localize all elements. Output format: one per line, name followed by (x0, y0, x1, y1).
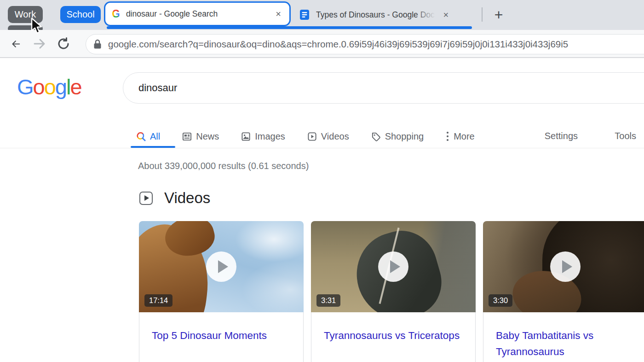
search-query-text: dinosaur (138, 82, 177, 94)
tab-title-fade (415, 10, 439, 20)
logo-letter: e (70, 75, 81, 99)
tab-google-docs[interactable]: Types of Dinosaurs - Google Docs × (299, 5, 476, 25)
tab-group-school-label: School (66, 9, 94, 20)
tab-shopping[interactable]: Shopping (371, 131, 424, 142)
tab-active-google-search[interactable]: G dinosaur - Google Search × (104, 1, 291, 26)
browser-toolbar: google.com/search?q=dinosaur&oq=dino&aqs… (0, 30, 644, 58)
tab-news[interactable]: News (182, 131, 219, 142)
shopping-tag-icon (371, 132, 381, 141)
video-thumbnail-sauropod[interactable]: 3:31 (311, 221, 476, 312)
video-title-link[interactable]: Baby Tambatitanis vs Tyrannosaurus (496, 327, 638, 360)
google-docs-icon (299, 9, 310, 20)
images-icon (241, 132, 251, 141)
video-title-link[interactable]: Top 5 Dinosaur Moments (152, 327, 294, 344)
address-bar[interactable]: google.com/search?q=dinosaur&oq=dino&aqs… (86, 34, 644, 54)
tab-title: Types of Dinosaurs - Google Docs (316, 10, 439, 20)
video-duration-badge: 3:30 (489, 294, 512, 307)
video-duration-badge: 3:31 (316, 294, 340, 307)
videos-heading-text: Videos (164, 189, 210, 207)
secure-lock-icon (93, 39, 102, 49)
video-title-link[interactable]: Tyrannosaurus vs Triceratops (324, 327, 466, 344)
video-card[interactable]: 3:31 Tyrannosaurus vs Triceratops (311, 221, 476, 362)
search-input[interactable]: dinosaur (123, 72, 644, 104)
nav-divider (0, 148, 644, 148)
forward-arrow-icon (33, 37, 46, 51)
new-tab-button[interactable]: + (489, 6, 508, 24)
back-arrow-icon (11, 39, 21, 49)
google-logo[interactable]: Google (17, 74, 81, 99)
play-button-icon[interactable] (550, 251, 581, 282)
tab-all[interactable]: All (136, 131, 160, 142)
video-card-body: Baby Tambatitanis vs Tyrannosaurus (483, 312, 644, 362)
reload-button[interactable] (56, 36, 71, 51)
tab-news-label: News (196, 131, 219, 142)
close-tab-icon[interactable]: × (274, 8, 283, 19)
tab-title: dinosaur - Google Search (126, 9, 274, 19)
video-thumbnail-carnotaurus[interactable]: 17:14 (139, 221, 304, 312)
video-thumbnail-tyrannosaurus[interactable]: 3:30 (483, 221, 644, 312)
google-search-icon (136, 132, 146, 141)
video-play-box-icon (139, 192, 153, 205)
video-duration-badge: 17:14 (144, 294, 172, 307)
reload-icon (57, 37, 70, 51)
play-button-icon[interactable] (206, 251, 236, 282)
forward-button[interactable] (32, 36, 47, 51)
tab-videos[interactable]: Videos (307, 131, 349, 142)
tab-group-underline (107, 26, 472, 29)
video-card[interactable]: 17:14 Top 5 Dinosaur Moments (139, 221, 304, 362)
results-nav-tabs: All News Images (136, 127, 475, 146)
url-text: google.com/search?q=dinosaur&oq=dino&aqs… (108, 39, 568, 50)
logo-letter: o (33, 75, 44, 99)
logo-letter: o (44, 75, 55, 99)
mouse-cursor (30, 18, 44, 34)
tab-shopping-label: Shopping (385, 131, 424, 142)
tab-videos-label: Videos (321, 131, 349, 142)
tab-images-label: Images (255, 131, 285, 142)
video-card[interactable]: 3:30 Baby Tambatitanis vs Tyrannosaurus (483, 221, 644, 362)
tab-more-label: More (454, 131, 475, 142)
close-tab-icon[interactable]: × (442, 9, 451, 20)
more-dots-icon (446, 131, 449, 142)
tab-all-label: All (150, 131, 160, 142)
video-card-body: Top 5 Dinosaur Moments (139, 312, 304, 362)
video-card-body: Tyrannosaurus vs Triceratops (311, 312, 476, 362)
active-tab-underline (131, 146, 175, 148)
play-button-icon[interactable] (378, 251, 408, 282)
tools-button[interactable]: Tools (615, 131, 636, 141)
google-results-page: Google dinosaur All (0, 59, 644, 362)
videos-section-heading: Videos (139, 189, 210, 207)
news-icon (182, 132, 192, 141)
settings-button[interactable]: Settings (545, 131, 578, 141)
tab-images[interactable]: Images (241, 131, 285, 142)
tab-more[interactable]: More (446, 131, 475, 142)
logo-letter: g (55, 75, 66, 99)
logo-letter: G (17, 75, 33, 99)
tab-strip: Work School G dinosaur - Google Search ×… (0, 0, 644, 30)
tab-strip-divider (482, 7, 483, 22)
back-button[interactable] (8, 36, 23, 51)
google-g-favicon-icon: G (112, 9, 120, 19)
videos-icon (307, 132, 317, 141)
tab-group-school[interactable]: School (60, 6, 101, 23)
results-stats: About 339,000,000 results (0.61 seconds) (138, 161, 309, 171)
browser-window: Work School G dinosaur - Google Search ×… (0, 0, 644, 362)
video-cards-row: 17:14 Top 5 Dinosaur Moments 3:31 Tyrann… (139, 221, 644, 362)
